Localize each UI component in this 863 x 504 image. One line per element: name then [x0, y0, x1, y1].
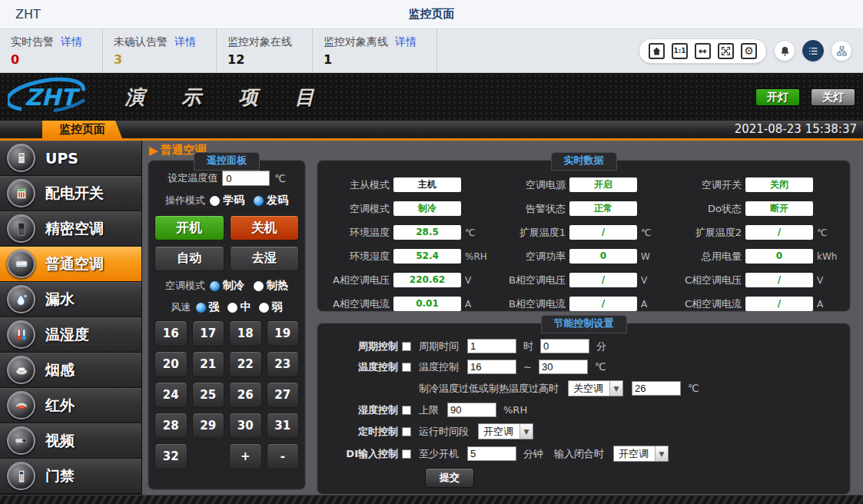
sidebar-item-normal-ac[interactable]: 普通空调 — [0, 247, 141, 282]
device-sidebar: UPS 配电开关 精密空调 普通空调 漏水 — [0, 141, 142, 495]
temp-overrun-value-input[interactable] — [632, 381, 681, 396]
home-icon[interactable] — [649, 43, 665, 59]
cycle-hour-input[interactable] — [467, 339, 516, 353]
sidebar-item-door-access[interactable]: 门禁 — [0, 459, 141, 494]
sidebar-item-water-leak[interactable]: 漏水 — [0, 282, 141, 317]
di-control-checkbox[interactable] — [402, 449, 411, 459]
one-to-one-icon[interactable]: 1:1 — [672, 43, 688, 59]
detail-link[interactable]: 详情 — [395, 35, 417, 49]
sidebar-item-precision-ac[interactable]: 精密空调 — [0, 211, 141, 247]
fullscreen-icon[interactable] — [718, 43, 734, 59]
keypad-button[interactable]: 24 — [154, 382, 188, 408]
keypad-button[interactable]: 29 — [192, 413, 225, 439]
energy-panel-title: 节能控制设置 — [541, 315, 627, 333]
toolbar-icons: 1:1 ↔ ⚙ — [639, 29, 852, 72]
field-label: 主从模式 — [317, 178, 390, 192]
detail-link[interactable]: 详情 — [174, 35, 196, 49]
keypad-button[interactable]: 22 — [229, 351, 262, 377]
timer-action-select[interactable]: 开空调▼ — [478, 423, 533, 439]
keypad-button[interactable]: 16 — [154, 320, 188, 346]
logo-bar: ZHT 演 示 项 目 开灯 关灯 — [0, 73, 863, 121]
sidebar-item-temp-humidity[interactable]: 温湿度 — [0, 317, 141, 353]
fan-speed-option[interactable]: 中 — [227, 300, 251, 314]
temp-control-row: 温度控制 温度控制 ~ ℃ — [334, 360, 850, 374]
ups-icon — [7, 144, 35, 172]
ac-mode-option[interactable]: 制冷 — [210, 279, 244, 293]
field-value: 0 — [569, 249, 637, 264]
temp-overrun-action-select[interactable]: 关空调▼ — [568, 380, 623, 396]
realtime-field: A相空调电流 0.01 A — [317, 297, 493, 311]
field-value: / — [569, 273, 637, 287]
keypad-button[interactable]: 21 — [192, 351, 225, 377]
op-mode-option[interactable]: 学码 — [210, 194, 244, 207]
light-on-button[interactable]: 开灯 — [755, 88, 800, 106]
keypad-button[interactable]: + — [229, 443, 262, 469]
cycle-control-checkbox[interactable] — [402, 342, 411, 351]
stat-objects-online: 监控对象在线 12 — [217, 29, 313, 72]
fan-speed-option[interactable]: 弱 — [259, 300, 283, 314]
field-label: 扩展温度2 — [669, 226, 742, 240]
temp-low-input[interactable] — [467, 360, 516, 374]
radio-icon — [196, 303, 206, 313]
power-off-button[interactable]: 关机 — [230, 215, 300, 240]
field-value: 28.5 — [393, 225, 461, 240]
auto-button[interactable]: 自动 — [154, 246, 224, 271]
tab-monitor-page[interactable]: 监控页面 — [42, 121, 122, 138]
fan-speed-option[interactable]: 强 — [196, 300, 220, 314]
keypad-button[interactable]: 30 — [229, 413, 262, 439]
humidity-limit-input[interactable] — [447, 403, 496, 417]
submit-button[interactable]: 提交 — [425, 468, 474, 488]
keypad-button[interactable]: 23 — [267, 351, 300, 377]
sidebar-item-video[interactable]: 视频 — [0, 423, 141, 459]
logo-text: ZHT — [25, 84, 81, 111]
set-temp-input[interactable] — [222, 171, 270, 186]
temp-control-checkbox[interactable] — [402, 363, 411, 372]
ac-mode-option[interactable]: 制热 — [254, 279, 288, 293]
sidebar-item-power-switch[interactable]: 配电开关 — [0, 176, 141, 211]
stat-value: 1 — [324, 52, 417, 67]
bell-icon[interactable] — [774, 40, 795, 61]
sidebar-item-ups[interactable]: UPS — [0, 141, 141, 176]
keypad-button[interactable]: 28 — [154, 413, 188, 439]
timer-control-checkbox[interactable] — [402, 427, 411, 436]
keypad-button[interactable]: 32 — [154, 443, 188, 469]
realtime-field: 空调功率 0 W — [493, 249, 669, 264]
cycle-minute-input[interactable] — [540, 339, 589, 353]
keypad-button[interactable]: 20 — [154, 351, 188, 377]
temp-high-input[interactable] — [539, 360, 588, 374]
sidebar-item-infrared[interactable]: 红外 — [0, 388, 141, 423]
sidebar-item-smoke[interactable]: 烟感 — [0, 353, 141, 388]
keypad-button[interactable]: 26 — [229, 382, 262, 408]
field-value: / — [745, 297, 813, 311]
di-action-select[interactable]: 开空调▼ — [613, 446, 669, 462]
fit-width-icon[interactable]: ↔ — [695, 43, 711, 59]
topology-icon[interactable] — [831, 40, 852, 61]
dehumidify-button[interactable]: 去湿 — [230, 246, 300, 271]
list-menu-icon[interactable] — [802, 40, 824, 61]
settings-icon[interactable]: ⚙ — [741, 43, 757, 59]
door-access-icon — [7, 462, 35, 490]
keypad-button[interactable]: 17 — [192, 320, 225, 346]
field-value: 断开 — [745, 201, 813, 216]
op-mode-row: 操作模式 学码发码 — [153, 194, 300, 207]
humidity-control-checkbox[interactable] — [402, 406, 411, 415]
keypad-button[interactable]: 31 — [267, 413, 300, 439]
smoke-icon — [7, 356, 35, 384]
realtime-field: 主从模式 主机 — [317, 177, 493, 192]
op-mode-option[interactable]: 发码 — [254, 194, 288, 207]
stat-label: 监控对象在线 — [227, 35, 292, 49]
keypad-button[interactable]: 27 — [267, 382, 300, 408]
keypad-button[interactable]: - — [267, 443, 300, 469]
light-off-button[interactable]: 关灯 — [811, 88, 855, 106]
keypad-button[interactable]: 25 — [192, 382, 225, 408]
power-on-button[interactable]: 开机 — [154, 215, 224, 240]
detail-link[interactable]: 详情 — [61, 35, 82, 49]
zht-logo: ZHT — [8, 77, 111, 117]
keypad-button[interactable]: 19 — [267, 320, 300, 346]
remote-panel-title: 遥控面板 — [194, 152, 260, 171]
keypad-button[interactable]: 18 — [229, 320, 262, 346]
realtime-field: C相空调电压 / V — [669, 273, 845, 287]
stat-value: 0 — [11, 52, 82, 67]
field-unit: kWh — [817, 251, 837, 262]
di-min-runtime-input[interactable] — [467, 446, 516, 461]
